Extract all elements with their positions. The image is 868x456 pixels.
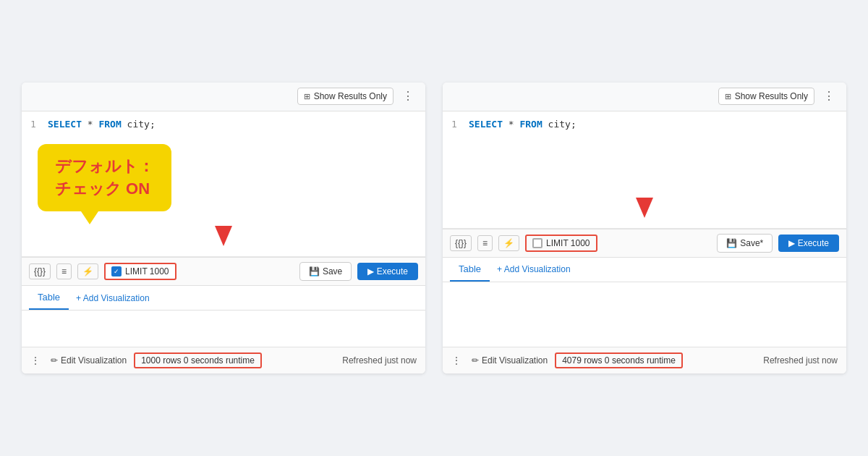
right-tab-table[interactable]: Table [450, 258, 490, 282]
refresh-label: Refreshed just now [342, 355, 417, 366]
save-icon: 💾 [309, 266, 320, 276]
add-viz-label: + Add Visualization [76, 293, 150, 303]
code-line-1: 1 SELECT * FROM city; [30, 119, 417, 130]
right-edit-viz-label: Edit Visualization [482, 355, 548, 366]
left-tabs-row: Table + Add Visualization [22, 286, 425, 311]
right-edit-icon: ✏ [472, 355, 479, 366]
right-keyword-from: FROM [519, 119, 542, 130]
left-result-area [22, 311, 425, 347]
right-show-results-only-button[interactable]: ⊞ Show Results Only [718, 88, 814, 105]
add-visualization-button[interactable]: + Add Visualization [69, 287, 157, 309]
save-button[interactable]: 💾 Save [299, 262, 352, 281]
save-label: Save [323, 266, 342, 276]
right-rows-info-box: 4079 rows 0 seconds runtime [555, 352, 683, 368]
right-more-options-button[interactable]: ⋮ [820, 89, 838, 104]
right-save-button[interactable]: 💾 Save* [717, 234, 773, 253]
arrow-down-indicator [30, 223, 417, 249]
right-lightning-label: ⚡ [503, 238, 514, 248]
right-show-results-label: Show Results Only [735, 91, 808, 101]
keyword-from: FROM [98, 119, 121, 130]
tab-table-label: Table [38, 292, 60, 303]
arrow-down-svg [210, 223, 237, 249]
right-code-content: SELECT * FROM city; [469, 119, 576, 130]
right-braces-label: {{}} [455, 238, 467, 248]
right-arrow-down-indicator [451, 195, 838, 221]
edit-icon: ✏ [51, 355, 58, 366]
line-number: 1 [30, 119, 41, 130]
right-code-line-1: 1 SELECT * FROM city; [451, 119, 838, 130]
right-limit-box: LIMIT 1000 [525, 235, 597, 252]
right-add-visualization-button[interactable]: + Add Visualization [490, 258, 578, 280]
show-results-only-button[interactable]: ⊞ Show Results Only [297, 88, 393, 105]
table-icon: ⊞ [304, 92, 310, 101]
right-braces-button[interactable]: {{}} [450, 235, 472, 251]
limit-box: LIMIT 1000 [104, 263, 176, 280]
right-table-icon: ⊞ [725, 92, 731, 101]
right-save-icon: 💾 [726, 238, 737, 248]
code-content: SELECT * FROM city; [48, 119, 156, 130]
speech-bubble: デフォルト： チェック ON [38, 144, 171, 212]
right-panel-toolbar: ⊞ Show Results Only ⋮ [443, 83, 846, 111]
tab-table[interactable]: Table [29, 286, 69, 310]
bubble-line2: チェック ON [55, 180, 150, 198]
svg-marker-1 [636, 198, 653, 218]
right-execute-label: ▶ Execute [788, 238, 829, 248]
right-keyword-star: * [509, 119, 520, 130]
right-limit-checkbox[interactable] [532, 238, 542, 248]
format-button[interactable]: ≡ [56, 263, 72, 279]
rows-info-text: 1000 rows 0 seconds runtime [141, 355, 255, 366]
left-panel-toolbar: ⊞ Show Results Only ⋮ [22, 83, 425, 111]
keyword-table: city; [127, 119, 156, 130]
execute-label: ▶ Execute [367, 266, 408, 276]
rows-info-box: 1000 rows 0 seconds runtime [134, 352, 262, 368]
left-code-editor[interactable]: 1 SELECT * FROM city; デフォルト： チェック ON [22, 111, 425, 258]
limit-checkbox-checked[interactable] [111, 266, 122, 276]
limit-label: LIMIT 1000 [125, 266, 169, 276]
left-panel: ⊞ Show Results Only ⋮ 1 SELECT * FROM ci… [22, 83, 425, 374]
right-edit-visualization-button[interactable]: ✏ Edit Visualization [472, 355, 548, 366]
right-code-editor[interactable]: 1 SELECT * FROM city; [443, 111, 846, 229]
right-limit-label: LIMIT 1000 [546, 238, 590, 248]
execute-button[interactable]: ▶ Execute [357, 263, 418, 280]
speech-bubble-container: デフォルト： チェック ON [30, 137, 417, 219]
braces-label: {{}} [34, 266, 46, 276]
right-arrow-down-svg [631, 195, 658, 221]
right-format-button[interactable]: ≡ [477, 235, 493, 251]
show-results-label: Show Results Only [314, 91, 387, 101]
right-add-viz-label: + Add Visualization [497, 264, 571, 274]
left-status-bar: ⋮ ✏ Edit Visualization 1000 rows 0 secon… [22, 347, 425, 373]
right-line-number: 1 [451, 119, 461, 130]
right-save-label: Save* [740, 238, 763, 248]
svg-marker-0 [215, 226, 232, 246]
right-lightning-button[interactable]: ⚡ [498, 235, 519, 251]
right-rows-info-text: 4079 rows 0 seconds runtime [562, 355, 676, 366]
right-tabs-row: Table + Add Visualization [443, 258, 846, 282]
lightning-button[interactable]: ⚡ [77, 263, 98, 279]
bubble-line1: デフォルト： [55, 157, 154, 175]
right-arrow-container [451, 195, 838, 221]
right-bottom-toolbar: {{}} ≡ ⚡ LIMIT 1000 💾 Save* ▶ Execute [443, 229, 846, 258]
keyword-select: SELECT [48, 119, 82, 130]
edit-viz-label: Edit Visualization [61, 355, 127, 366]
right-execute-button[interactable]: ▶ Execute [778, 235, 839, 252]
left-bottom-toolbar: {{}} ≡ ⚡ LIMIT 1000 💾 Save ▶ Execute [22, 257, 425, 286]
lightning-label: ⚡ [82, 266, 93, 276]
right-keyword-table: city; [548, 119, 576, 130]
format-label: ≡ [61, 266, 67, 276]
right-panel: ⊞ Show Results Only ⋮ 1 SELECT * FROM ci… [443, 83, 846, 374]
keyword-star: * [88, 119, 99, 130]
right-refresh-label: Refreshed just now [763, 355, 838, 366]
right-status-bar: ⋮ ✏ Edit Visualization 4079 rows 0 secon… [443, 347, 846, 373]
right-format-label: ≡ [482, 238, 488, 248]
edit-visualization-button[interactable]: ✏ Edit Visualization [51, 355, 127, 366]
braces-button[interactable]: {{}} [29, 263, 51, 279]
right-result-area [443, 282, 846, 347]
right-keyword-select: SELECT [469, 119, 503, 130]
speech-bubble-text: デフォルト： チェック ON [55, 156, 154, 200]
right-tab-table-label: Table [459, 263, 481, 274]
status-kebab[interactable]: ⋮ [30, 355, 41, 366]
right-status-kebab[interactable]: ⋮ [451, 355, 461, 366]
more-options-button[interactable]: ⋮ [399, 89, 417, 104]
